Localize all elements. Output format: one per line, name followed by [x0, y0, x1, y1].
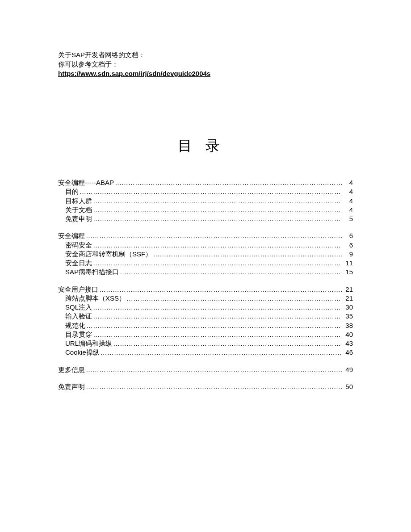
- toc-page-number: 46: [343, 348, 353, 357]
- toc-label: 更多信息: [58, 365, 85, 374]
- toc-dots: [93, 197, 342, 205]
- toc-section: 更多信息49: [58, 365, 353, 374]
- toc-label: SAP病毒扫描接口: [65, 268, 119, 276]
- toc-row: 安全商店和转寄机制（SSF）9: [58, 250, 353, 259]
- toc-row: SQL注入30: [58, 303, 353, 312]
- toc-label: URL编码和操纵: [65, 339, 112, 348]
- toc-dots: [80, 187, 342, 196]
- toc-label: 跨站点脚本（XSS）: [65, 294, 126, 303]
- toc-page-number: 50: [343, 382, 353, 391]
- toc-row: 免责声明50: [58, 382, 353, 391]
- toc-dots: [93, 303, 342, 312]
- header-line-1: 关于SAP开发者网络的文档：: [58, 50, 353, 59]
- toc-page-number: 15: [343, 268, 353, 276]
- toc-row: 更多信息49: [58, 365, 353, 374]
- toc-page-number: 38: [343, 321, 353, 330]
- toc-row: 免责申明5: [58, 214, 353, 223]
- toc-dots: [86, 365, 342, 374]
- toc-section: 安全用户接口21跨站点脚本（XSS）21SQL注入30输入验证35规范化38目录…: [58, 285, 353, 357]
- header-block: 关于SAP开发者网络的文档： 你可以参考文档于： https://www.sdn…: [58, 50, 353, 78]
- toc-page-number: 21: [343, 294, 353, 303]
- toc-label: 目录贯穿: [65, 330, 92, 339]
- toc-dots: [153, 250, 342, 259]
- toc-row: URL编码和操纵43: [58, 339, 353, 348]
- toc-page-number: 9: [343, 250, 353, 259]
- toc-page-number: 4: [343, 197, 353, 205]
- toc-row: 输入验证35: [58, 312, 353, 321]
- toc-label: 输入验证: [65, 312, 92, 321]
- toc-dots: [93, 214, 342, 223]
- toc-label: 目的: [65, 187, 79, 196]
- toc-row: 安全编程6: [58, 231, 353, 240]
- toc-page-number: 35: [343, 312, 353, 321]
- toc-label: 安全编程: [58, 231, 85, 240]
- toc-section: 免责声明50: [58, 382, 353, 391]
- toc-section: 安全编程6密码安全6安全商店和转寄机制（SSF）9安全日志11SAP病毒扫描接口…: [58, 231, 353, 276]
- toc-page-number: 30: [343, 303, 353, 312]
- toc-row: Cookie操纵46: [58, 348, 353, 357]
- toc-label: 安全日志: [65, 259, 92, 268]
- document-page: 关于SAP开发者网络的文档： 你可以参考文档于： https://www.sdn…: [0, 0, 411, 391]
- toc-page-number: 5: [343, 214, 353, 223]
- toc-dots: [93, 312, 342, 321]
- toc-page-number: 49: [343, 365, 353, 374]
- toc-page-number: 11: [343, 259, 353, 268]
- toc-label: SQL注入: [65, 303, 92, 312]
- toc-page-number: 4: [343, 205, 353, 214]
- toc-row: 安全编程-----ABAP4: [58, 178, 353, 187]
- toc-row: 目的4: [58, 187, 353, 196]
- header-link[interactable]: https://www.sdn.sap.com/irj/sdn/devguide…: [58, 70, 210, 77]
- toc-label: 安全编程-----ABAP: [58, 178, 114, 187]
- toc-page-number: 6: [343, 241, 353, 250]
- toc-dots: [93, 241, 342, 250]
- toc-dots: [120, 268, 342, 276]
- toc-row: 规范化38: [58, 321, 353, 330]
- toc-page-number: 4: [343, 187, 353, 196]
- toc-label: 关于文档: [65, 205, 92, 214]
- toc-row: 密码安全6: [58, 241, 353, 250]
- toc-row: 目录贯穿40: [58, 330, 353, 339]
- toc-dots: [93, 259, 342, 268]
- toc-row: SAP病毒扫描接口15: [58, 268, 353, 276]
- toc-row: 跨站点脚本（XSS）21: [58, 294, 353, 303]
- toc-label: 规范化: [65, 321, 85, 330]
- toc-row: 安全日志11: [58, 259, 353, 268]
- toc-label: 免责声明: [58, 382, 85, 391]
- toc-page-number: 4: [343, 178, 353, 187]
- toc-title: 目录: [58, 136, 353, 156]
- toc-dots: [86, 382, 342, 391]
- toc-label: 安全用户接口: [58, 285, 98, 294]
- toc-label: 目标人群: [65, 197, 92, 205]
- toc-row: 安全用户接口21: [58, 285, 353, 294]
- toc-dots: [86, 321, 342, 330]
- toc-dots: [93, 205, 342, 214]
- toc-dots: [93, 330, 342, 339]
- toc-page-number: 43: [343, 339, 353, 348]
- header-line-2: 你可以参考文档于：: [58, 59, 353, 69]
- toc-label: 免责申明: [65, 214, 92, 223]
- toc-label: Cookie操纵: [65, 348, 100, 357]
- toc-page-number: 6: [343, 231, 353, 240]
- toc-dots: [86, 231, 342, 240]
- toc-dots: [99, 285, 342, 294]
- toc-label: 密码安全: [65, 241, 92, 250]
- toc-page-number: 21: [343, 285, 353, 294]
- toc-page-number: 40: [343, 330, 353, 339]
- toc-row: 目标人群4: [58, 197, 353, 205]
- toc-label: 安全商店和转寄机制（SSF）: [65, 250, 152, 259]
- toc-row: 关于文档4: [58, 205, 353, 214]
- toc-dots: [126, 294, 342, 303]
- toc-dots: [101, 348, 342, 357]
- toc-container: 安全编程-----ABAP4目的4目标人群4关于文档4免责申明5安全编程6密码安…: [58, 178, 353, 391]
- toc-dots: [113, 339, 342, 348]
- toc-section: 安全编程-----ABAP4目的4目标人群4关于文档4免责申明5: [58, 178, 353, 223]
- toc-dots: [115, 178, 342, 187]
